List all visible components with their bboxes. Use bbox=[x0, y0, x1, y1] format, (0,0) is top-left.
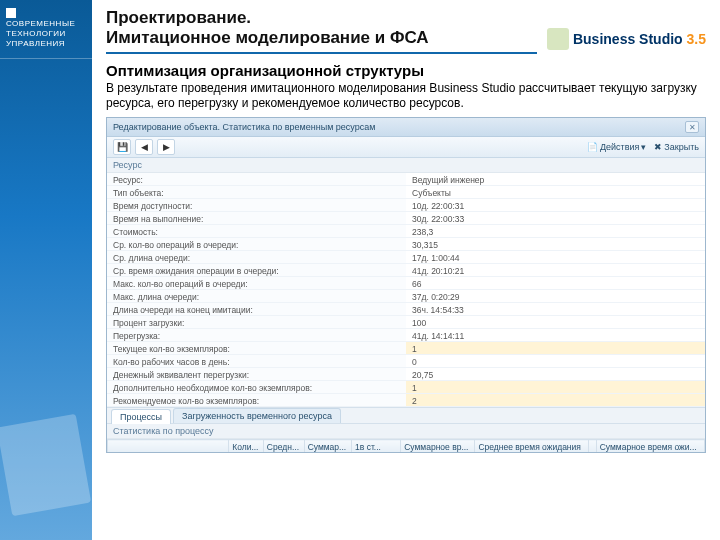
col-header[interactable]: 1в ст... bbox=[352, 440, 401, 453]
subsection-header: Статистика по процессу bbox=[107, 424, 705, 439]
prop-value: 36ч. 14:54:33 bbox=[406, 303, 705, 316]
col-header[interactable]: Среднее время ожидания bbox=[475, 440, 589, 453]
prop-value: 1 bbox=[406, 381, 705, 394]
prop-value: 41д. 20:10:21 bbox=[406, 264, 705, 277]
window-title: Редактирование объекта. Статистика по вр… bbox=[113, 122, 375, 132]
prop-label: Перегрузка: bbox=[107, 329, 406, 342]
prop-value: 66 bbox=[406, 277, 705, 290]
process-table: Коли...Средн...Суммар...1в ст...Суммарно… bbox=[107, 439, 705, 452]
col-header[interactable]: Коли... bbox=[229, 440, 264, 453]
prop-value: 17д. 1:00:44 bbox=[406, 251, 705, 264]
prop-value: 1 bbox=[406, 342, 705, 355]
properties-grid: Ресурс:Ведущий инженерТип объекта:Субъек… bbox=[107, 173, 705, 407]
window-close-button[interactable]: ✕ bbox=[685, 121, 699, 133]
toolbar-close-button[interactable]: ✖ Закрыть bbox=[654, 142, 699, 152]
toolbar-actions-button[interactable]: 📄 Действия ▾ bbox=[587, 142, 646, 152]
prop-value: 30д. 22:00:33 bbox=[406, 212, 705, 225]
col-header[interactable] bbox=[108, 440, 229, 453]
prop-value: 100 bbox=[406, 316, 705, 329]
page-title-line1: Проектирование. bbox=[106, 8, 706, 28]
tab[interactable]: Процессы bbox=[111, 409, 171, 424]
prop-label: Дополнительно необходимое кол-во экземпл… bbox=[107, 381, 406, 394]
brand-logo: Business Studio 3.5 bbox=[537, 28, 706, 50]
sidebar-decoration bbox=[0, 414, 91, 517]
prop-value: Ведущий инженер bbox=[406, 173, 705, 186]
prop-value: 30,315 bbox=[406, 238, 705, 251]
prop-label: Длина очереди на конец имитации: bbox=[107, 303, 406, 316]
prop-value: 41д. 14:14:11 bbox=[406, 329, 705, 342]
prop-label: Тип объекта: bbox=[107, 186, 406, 199]
prop-label: Стоимость: bbox=[107, 225, 406, 238]
prop-label: Кол-во рабочих часов в день: bbox=[107, 355, 406, 368]
prop-value: 2 bbox=[406, 394, 705, 407]
page-title-line2: Имитационное моделирование и ФСА bbox=[106, 28, 537, 54]
prop-value: 238,3 bbox=[406, 225, 705, 238]
section-paragraph: В результате проведения имитационного мо… bbox=[106, 81, 706, 111]
prop-label: Макс. длина очереди: bbox=[107, 290, 406, 303]
brand-icon bbox=[547, 28, 569, 50]
prop-label: Ресурс: bbox=[107, 173, 406, 186]
prop-value: 37д. 0:20:29 bbox=[406, 290, 705, 303]
prop-label: Ср. время ожидания операции в очереди: bbox=[107, 264, 406, 277]
toolbar-save-icon[interactable]: 💾 bbox=[113, 139, 131, 155]
toolbar-fwd-icon[interactable]: ▶ bbox=[157, 139, 175, 155]
window-titlebar: Редактирование объекта. Статистика по вр… bbox=[107, 118, 705, 137]
prop-value: 20,75 bbox=[406, 368, 705, 381]
col-header[interactable]: Суммар... bbox=[304, 440, 351, 453]
prop-label: Денежный эквивалент перегрузки: bbox=[107, 368, 406, 381]
company-logo: СОВРЕМЕННЫЕ ТЕХНОЛОГИИ УПРАВЛЕНИЯ bbox=[0, 0, 92, 59]
section-title: Оптимизация организационной структуры bbox=[106, 62, 706, 79]
tabs-row: ПроцессыЗагруженность временного ресурса bbox=[107, 407, 705, 424]
prop-label: Текущее кол-во экземпляров: bbox=[107, 342, 406, 355]
col-header[interactable]: Суммарное вр... bbox=[401, 440, 475, 453]
prop-label: Время доступности: bbox=[107, 199, 406, 212]
prop-label: Рекомендуемое кол-во экземпляров: bbox=[107, 394, 406, 407]
toolbar: 💾 ◀ ▶ 📄 Действия ▾ ✖ Закрыть bbox=[107, 137, 705, 158]
prop-value: 0 bbox=[406, 355, 705, 368]
prop-label: Ср. длина очереди: bbox=[107, 251, 406, 264]
prop-label: Процент загрузки: bbox=[107, 316, 406, 329]
prop-label: Ср. кол-во операций в очереди: bbox=[107, 238, 406, 251]
col-header[interactable]: Суммарное время ожи... bbox=[596, 440, 704, 453]
toolbar-back-icon[interactable]: ◀ bbox=[135, 139, 153, 155]
prop-label: Время на выполнение: bbox=[107, 212, 406, 225]
prop-value: Субъекты bbox=[406, 186, 705, 199]
kv-section-header: Ресурс bbox=[107, 158, 705, 173]
app-window: Редактирование объекта. Статистика по вр… bbox=[106, 117, 706, 453]
tab[interactable]: Загруженность временного ресурса bbox=[173, 408, 341, 423]
col-header[interactable] bbox=[589, 440, 596, 453]
prop-label: Макс. кол-во операций в очереди: bbox=[107, 277, 406, 290]
prop-value: 10д. 22:00:31 bbox=[406, 199, 705, 212]
col-header[interactable]: Средн... bbox=[263, 440, 304, 453]
left-sidebar: СОВРЕМЕННЫЕ ТЕХНОЛОГИИ УПРАВЛЕНИЯ bbox=[0, 0, 92, 540]
